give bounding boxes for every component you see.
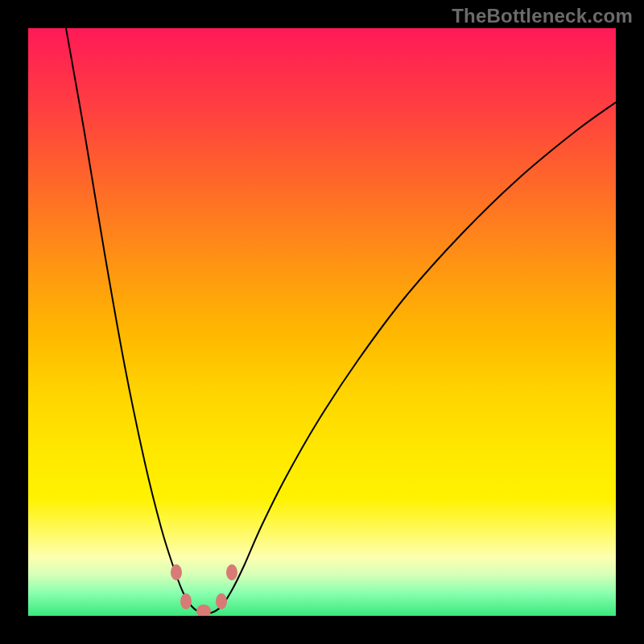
curve-marker	[216, 593, 227, 609]
watermark-text: TheBottleneck.com	[452, 5, 633, 27]
chart-svg	[28, 28, 616, 616]
chart-frame: TheBottleneck.com	[0, 0, 644, 644]
curve-marker	[171, 564, 182, 580]
curve-marker	[180, 593, 192, 609]
curve-marker	[226, 564, 237, 580]
chart-plot-area	[28, 28, 616, 616]
curve-markers	[171, 564, 237, 616]
bottleneck-curve	[66, 28, 616, 613]
curve-marker	[196, 605, 211, 616]
